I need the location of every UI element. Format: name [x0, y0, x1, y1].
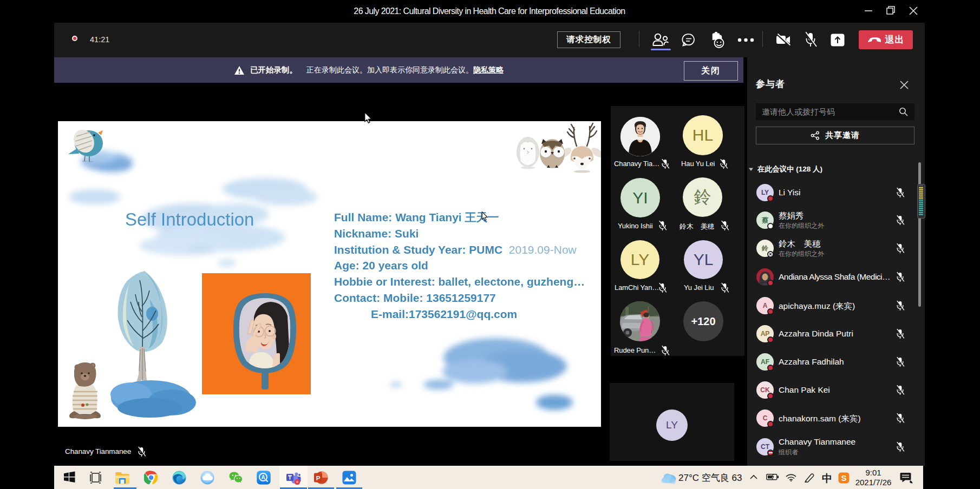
- svg-text:P: P: [316, 475, 321, 481]
- svg-text:A: A: [261, 474, 265, 480]
- svg-text:S: S: [841, 473, 846, 483]
